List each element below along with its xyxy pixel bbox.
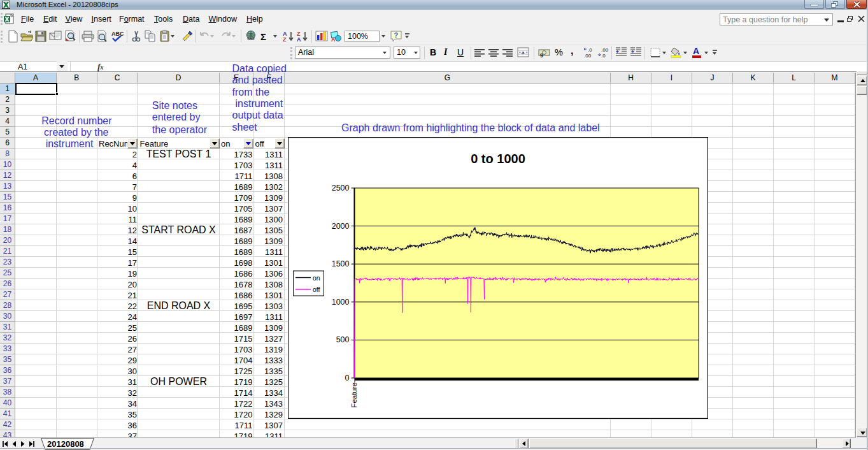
svg-text:1500: 1500 <box>332 259 350 268</box>
svg-text:0 to 1000: 0 to 1000 <box>471 152 525 166</box>
svg-text:9: 9 <box>540 52 543 59</box>
svg-text:A: A <box>297 36 301 43</box>
svg-text:1000: 1000 <box>332 298 350 307</box>
svg-text:on: on <box>313 274 320 282</box>
svg-text:.0: .0 <box>601 53 606 59</box>
svg-text:.00: .00 <box>584 53 592 59</box>
svg-text:ABC: ABC <box>111 31 124 37</box>
svg-text:.00: .00 <box>601 47 609 53</box>
svg-text:?: ? <box>394 31 399 39</box>
svg-text:500: 500 <box>336 335 350 344</box>
svg-text:off: off <box>313 286 320 293</box>
svg-text:a: a <box>522 50 525 55</box>
svg-text:2500: 2500 <box>332 184 350 192</box>
svg-text:2000: 2000 <box>332 222 350 231</box>
svg-text:.0: .0 <box>588 47 592 53</box>
svg-text:A: A <box>331 36 336 43</box>
svg-text:Feature: Feature <box>350 382 358 408</box>
svg-text:Z: Z <box>283 36 287 43</box>
svg-text:0: 0 <box>345 374 350 382</box>
